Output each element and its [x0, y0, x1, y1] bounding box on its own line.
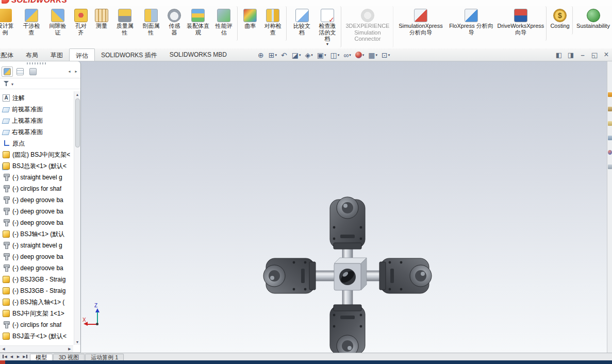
- tree-item-bsj-assembly[interactable]: BSJ总装<1> (默认<: [0, 160, 73, 172]
- graphics-viewport[interactable]: Z X: [0, 61, 607, 353]
- ribbon-button-check-active-document[interactable]: 检查激活的文档 ▼: [316, 6, 341, 47]
- scroll-left-icon[interactable]: [1, 346, 7, 352]
- configurationmanager-icon: [29, 68, 37, 75]
- tree-item-bsj-center-bracket-1[interactable]: BSJ中间支架 1<1>: [0, 308, 73, 319]
- viewport-tool-edit-appearance[interactable]: ▾: [354, 51, 366, 59]
- tree-item-bsj-input-shaft[interactable]: (-) BSJ输入轴<1> (: [0, 296, 73, 308]
- tree-item-circlips-2[interactable]: (-) circlips for shaf: [0, 319, 73, 330]
- panel-splitter-grip[interactable]: [27, 62, 47, 64]
- viewport-tool-zoom-area[interactable]: ▾: [268, 51, 278, 59]
- scrollbar-thumb[interactable]: [75, 98, 80, 147]
- panel-tab-featuremanager[interactable]: [2, 67, 13, 77]
- tree-item-deep-groove-bearing-5[interactable]: (-) deep groove ba: [0, 262, 73, 274]
- tree-item-bsj-center-bracket-fixed[interactable]: (固定) BSJ中间支架<: [0, 149, 73, 160]
- tab-sketch[interactable]: 草图: [44, 48, 69, 61]
- ribbon-button-3dexperience-simulation-connector[interactable]: 3DEXPERIENCE Simulation Connector: [344, 6, 393, 47]
- tree-item-bsj-cover[interactable]: BSJ盖子<1> (默认<: [0, 330, 73, 342]
- ribbon-button-sensors[interactable]: 传感器: [164, 6, 184, 41]
- ribbon-button-compare-documents[interactable]: 比较文档: [289, 6, 315, 41]
- tab-model[interactable]: 模型: [30, 354, 53, 360]
- scroll-right-icon[interactable]: [67, 346, 73, 352]
- tree-item-annotations[interactable]: 注解: [0, 92, 73, 104]
- tree-item-bsj-shaft[interactable]: (-) BSJ轴<1> (默认: [0, 228, 73, 240]
- tab-layout[interactable]: 布局: [20, 48, 44, 61]
- ribbon-button-interference-check[interactable]: 干涉检查: [19, 6, 44, 41]
- taskpane-appearances-icon[interactable]: [608, 150, 612, 155]
- ribbon-button-measure[interactable]: 测量: [92, 6, 111, 35]
- ribbon-button-assembly-visualization[interactable]: 装配体直观: [185, 6, 211, 41]
- close-button[interactable]: [601, 49, 611, 60]
- restore-button[interactable]: [589, 49, 600, 60]
- viewport-tool-display-style[interactable]: ▾: [329, 51, 341, 59]
- tree-item-origin[interactable]: 原点: [0, 138, 73, 149]
- taskpane-custom-properties-icon[interactable]: [608, 164, 612, 169]
- tree-item-bsj3gb-straight-1[interactable]: (-) BSJ3GB - Straig: [0, 274, 73, 285]
- tree-item-front-plane[interactable]: 前视基准面: [0, 104, 73, 115]
- doc-tab-scroll-next-button[interactable]: [15, 355, 22, 359]
- ribbon-button-design-study[interactable]: 设计算例: [0, 6, 18, 41]
- panel-scroll-left-button[interactable]: [67, 68, 72, 75]
- doc-tab-scroll-last-button[interactable]: [22, 355, 28, 359]
- tree-item-circlips-1[interactable]: (-) circlips for shaf: [0, 183, 73, 194]
- tree-vertical-scrollbar[interactable]: [74, 91, 80, 345]
- command-tab-label: 装配体: [0, 52, 13, 59]
- viewport-tool-previous-view[interactable]: [280, 51, 289, 59]
- panel-scroll-right-button[interactable]: [73, 68, 79, 75]
- tab-solidworks-addins[interactable]: SOLIDWORKS 插件: [95, 48, 163, 61]
- viewport-tool-section-view[interactable]: ▾: [291, 51, 302, 59]
- tree-item-bsj3gb-straight-2[interactable]: (-) BSJ3GB - Straig: [0, 285, 73, 296]
- tree-item-deep-groove-bearing-1[interactable]: (-) deep groove ba: [0, 194, 73, 206]
- panel-tab-configurationmanager[interactable]: [27, 67, 39, 77]
- left-pane-toggle-button[interactable]: [554, 49, 564, 60]
- taskpane-design-library-icon[interactable]: [608, 107, 612, 111]
- ribbon-button-simulationxpress-wizard[interactable]: SimulationXpress 分析向导: [396, 6, 445, 41]
- tree-item-straight-bevel-gear-1[interactable]: (-) straight bevel g: [0, 172, 73, 183]
- doc-tab-scroll-prev-button[interactable]: [8, 355, 15, 359]
- tree-item-straight-bevel-gear-2[interactable]: (-) straight bevel g: [0, 240, 73, 251]
- ribbon-button-performance-evaluation[interactable]: 性能评估: [212, 6, 238, 41]
- tab-solidworks-mbd[interactable]: SOLIDWORKS MBD: [163, 48, 233, 61]
- viewport-tool-zoom-fit[interactable]: [257, 51, 266, 59]
- tree-item-deep-groove-bearing-4[interactable]: (-) deep groove ba: [0, 251, 73, 262]
- ribbon-button-mass-properties[interactable]: 质量属性: [112, 6, 138, 41]
- tab-motion-study-1[interactable]: 运动算例 1: [85, 354, 124, 360]
- scroll-down-icon[interactable]: [74, 339, 80, 345]
- viewport-tool-apply-scene[interactable]: ▾: [367, 51, 378, 59]
- ribbon-button-symmetry-check[interactable]: 对称检查: [261, 6, 287, 41]
- ribbon-button-sustainability[interactable]: Sustainability: [575, 6, 611, 35]
- right-pane-toggle-button[interactable]: [566, 49, 576, 60]
- ribbon-button-label: 比较文档: [291, 23, 313, 36]
- tab-assembly[interactable]: 装配体: [0, 48, 20, 61]
- taskpane-view-palette-icon[interactable]: [608, 136, 612, 140]
- panel-tab-propertymanager[interactable]: [14, 67, 26, 77]
- assembly-model[interactable]: [246, 185, 453, 364]
- left-pane-toggle-icon: [556, 52, 562, 58]
- ribbon-button-driveworksxpress-wizard[interactable]: DriveWorksXpress 向导: [497, 6, 547, 41]
- minimize-button[interactable]: [577, 49, 588, 60]
- scroll-up-icon[interactable]: [74, 91, 80, 97]
- ribbon-button-curvature[interactable]: 曲率: [240, 6, 260, 35]
- filter-funnel-icon[interactable]: [3, 80, 9, 87]
- ribbon-button-section-properties[interactable]: 剖面属性: [139, 6, 164, 41]
- ribbon-button-floxpress-wizard[interactable]: FloXpress 分析向导: [446, 6, 496, 41]
- tree-item-label: 前视基准面: [12, 105, 43, 114]
- tree-item-deep-groove-bearing-2[interactable]: (-) deep groove ba: [0, 206, 73, 217]
- viewport-tool-hide-show-items[interactable]: ▾: [342, 51, 352, 59]
- ribbon-button-costing[interactable]: Costing: [549, 6, 573, 35]
- viewport-tool-view-settings[interactable]: ▾: [381, 51, 391, 59]
- viewport-tool-view-orientation[interactable]: ▾: [316, 51, 327, 59]
- tab-evaluate[interactable]: 评估: [69, 48, 95, 61]
- ribbon-button-hole-alignment[interactable]: 孔对齐: [71, 6, 91, 41]
- tab-3d-views[interactable]: 3D 视图: [53, 354, 85, 360]
- doc-tab-scroll-first-button[interactable]: [2, 355, 8, 359]
- tree-item-right-plane[interactable]: 右视基准面: [0, 126, 73, 138]
- taskpane-file-explorer-icon[interactable]: [608, 121, 612, 126]
- tree-item-top-plane[interactable]: 上视基准面: [0, 115, 73, 126]
- taskpane-home-icon[interactable]: [608, 92, 612, 97]
- viewport-tool-dynamic-annotation-views[interactable]: ▾: [304, 51, 313, 59]
- clearance-verification-icon: [51, 9, 64, 22]
- ribbon-button-clearance-verification[interactable]: 间隙验证: [45, 6, 70, 41]
- tree-horizontal-scrollbar[interactable]: [0, 345, 73, 352]
- dropdown-arrow-icon[interactable]: [11, 80, 13, 87]
- tree-item-deep-groove-bearing-3[interactable]: (-) deep groove ba: [0, 217, 73, 228]
